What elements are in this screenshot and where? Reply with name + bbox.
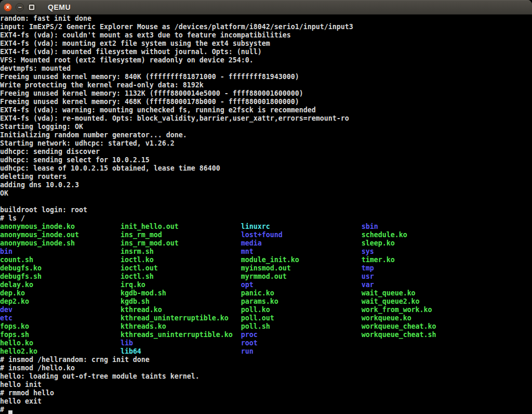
- terminal-line: bin insrm.sh mnt sys: [0, 248, 532, 256]
- terminal-line: Starting logging: OK: [0, 123, 532, 131]
- terminal-line: fops.ko kthreads.ko poll.sh workqueue_ch…: [0, 322, 532, 331]
- terminal-line: anonymous_inode.sh ins_rm_mod.out media …: [0, 239, 532, 248]
- terminal-screen[interactable]: random: fast init doneinput: ImExPS/2 Ge…: [0, 15, 532, 414]
- terminal-line: debugfs.ko ioctl.out myinsmod.out tmp: [0, 264, 532, 273]
- terminal-line: EXT4-fs (vda): couldn't mount as ext3 du…: [0, 31, 532, 40]
- terminal-line: #: [0, 406, 532, 414]
- terminal-line: # insmod /hellrandom: crng init done: [0, 356, 532, 364]
- terminal-line: delay.ko irq.ko opt var: [0, 281, 532, 289]
- terminal-line: etc kthread_uninterruptible.ko poll.out …: [0, 314, 532, 322]
- close-icon: ×: [6, 4, 9, 10]
- terminal-line: udhcpc: sending select for 10.0.2.15: [0, 156, 532, 164]
- terminal-line: hello exit: [0, 397, 532, 406]
- maximize-button[interactable]: [28, 3, 36, 11]
- window-titlebar: × − QEMU: [0, 0, 532, 15]
- terminal-line: EXT4-fs (vda): mounting ext2 file system…: [0, 40, 532, 48]
- terminal-line: # rmmod hello: [0, 389, 532, 397]
- terminal-line: count.sh ioctl.ko module_init.ko timer.k…: [0, 256, 532, 264]
- terminal-line: hello2.ko lib64 run: [0, 347, 532, 356]
- terminal-line: anonymous_inode.out ins_rm_mod lost+foun…: [0, 231, 532, 239]
- terminal-line: hello init: [0, 381, 532, 389]
- terminal-line: devtmpfs: mounted: [0, 64, 532, 73]
- terminal-line: Initializing random number generator... …: [0, 131, 532, 139]
- close-button[interactable]: ×: [4, 3, 12, 11]
- terminal-line: Freeing unused kernel memory: 1132K (fff…: [0, 89, 532, 98]
- terminal-line: VFS: Mounted root (ext2 filesystem) read…: [0, 56, 532, 64]
- terminal-line: [0, 198, 532, 206]
- terminal-line: dep2.ko kgdb.sh params.ko wait_queue2.ko: [0, 297, 532, 306]
- terminal-line: buildroot login: root: [0, 206, 532, 214]
- terminal-line: Freeing unused kernel memory: 468K (ffff…: [0, 98, 532, 106]
- terminal-line: Freeing unused kernel memory: 840K (ffff…: [0, 73, 532, 81]
- minimize-button[interactable]: −: [16, 3, 24, 11]
- terminal-line: input: ImExPS/2 Generic Explorer Mouse a…: [0, 23, 532, 31]
- terminal-line: adding dns 10.0.2.3: [0, 181, 532, 189]
- terminal-line: Write protecting the kernel read-only da…: [0, 81, 532, 89]
- terminal-line: OK: [0, 189, 532, 198]
- terminal-line: dep.ko kgdb-mod.sh panic.ko wait_queue.k…: [0, 289, 532, 297]
- terminal-line: anonymous_inode.ko init_hello.out linuxr…: [0, 223, 532, 231]
- terminal-line: hello: loading out-of-tree module taints…: [0, 372, 532, 381]
- terminal-line: EXT4-fs (vda): warning: mounting uncheck…: [0, 106, 532, 114]
- terminal-line: # insmod /hello.ko: [0, 364, 532, 372]
- terminal-line: Starting network: udhcpc: started, v1.26…: [0, 139, 532, 148]
- window-title: QEMU: [48, 3, 71, 11]
- terminal-line: debugfs.sh ioctl.sh myrmmod.out usr: [0, 273, 532, 281]
- terminal-line: hello.ko lib root: [0, 339, 532, 347]
- terminal-line: random: fast init done: [0, 15, 532, 23]
- terminal-line: # ls /: [0, 214, 532, 223]
- terminal-cursor: [8, 410, 12, 414]
- terminal-line: EXT4-fs (vda): re-mounted. Opts: block_v…: [0, 114, 532, 123]
- terminal-line: dev kthread.ko poll.ko work_from_work.ko: [0, 306, 532, 314]
- terminal-line: EXT4-fs (vda): mounted filesystem withou…: [0, 48, 532, 56]
- terminal-line: deleting routers: [0, 173, 532, 181]
- minimize-icon: −: [18, 4, 21, 10]
- maximize-icon: [29, 5, 34, 10]
- terminal-line: fops.sh kthreads_uninterruptible.ko proc…: [0, 331, 532, 339]
- terminal-line: udhcpc: lease of 10.0.2.15 obtained, lea…: [0, 164, 532, 173]
- terminal-line: udhcpc: sending discover: [0, 148, 532, 156]
